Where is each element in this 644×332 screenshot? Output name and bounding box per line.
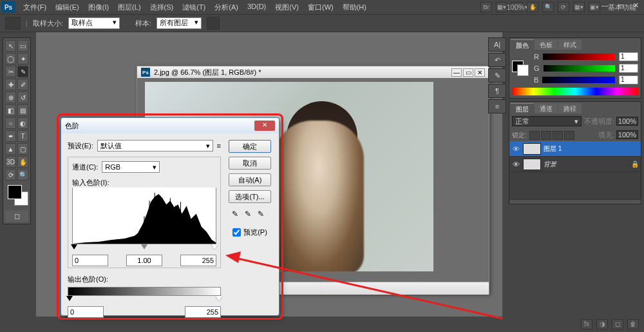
doc-maximize-icon[interactable]: ▭: [463, 68, 473, 77]
menu-edit[interactable]: 编辑(E): [52, 1, 83, 14]
tab-paths[interactable]: 路径: [558, 103, 582, 113]
menu-analysis[interactable]: 分析(A): [211, 1, 242, 14]
layer-thumb[interactable]: [523, 143, 541, 155]
hand-tool-icon[interactable]: ✋: [527, 2, 538, 12]
color-spectrum[interactable]: [512, 88, 638, 95]
path-select-tool-icon[interactable]: ▲: [5, 143, 16, 155]
rotate-view-icon[interactable]: ⟳: [558, 2, 569, 12]
cancel-button[interactable]: 取消: [229, 157, 271, 170]
menu-help[interactable]: 帮助(H): [339, 1, 370, 14]
gamma-slider[interactable]: [141, 244, 147, 253]
gradient-tool-icon[interactable]: ▤: [17, 104, 28, 116]
dodge-tool-icon[interactable]: ◐: [17, 117, 28, 129]
input-black-field[interactable]: [72, 255, 108, 266]
r-slider[interactable]: [543, 54, 615, 60]
auto-button[interactable]: 自动(A): [229, 173, 271, 186]
channel-select[interactable]: RGB▾: [102, 161, 160, 173]
eraser-tool-icon[interactable]: ◧: [5, 104, 16, 116]
quick-mask-icon[interactable]: ◻: [5, 210, 28, 222]
black-eyedropper-icon[interactable]: ✎: [232, 210, 242, 220]
quick-select-tool-icon[interactable]: ✦: [17, 53, 28, 64]
eyedropper-tool-icon[interactable]: ✎: [17, 66, 28, 77]
type-tool-icon[interactable]: T: [17, 130, 28, 142]
menu-view[interactable]: 视图(V): [271, 1, 303, 14]
brush-tool-icon[interactable]: ✐: [17, 79, 28, 90]
menu-window[interactable]: 窗口(W): [304, 1, 337, 14]
lasso-tool-icon[interactable]: ◯: [5, 53, 16, 64]
menu-layer[interactable]: 图层(L): [114, 1, 144, 14]
strip-brush-icon[interactable]: ✎: [488, 68, 506, 83]
layer-thumb[interactable]: [523, 159, 541, 170]
lock-position-icon[interactable]: [553, 131, 563, 140]
status-ico4[interactable]: 🗑: [627, 319, 639, 329]
output-white-field[interactable]: [185, 306, 221, 318]
zoom-tool2-icon[interactable]: 🔍: [17, 169, 28, 181]
hand-tool2-icon[interactable]: ✋: [17, 156, 28, 168]
marquee-tool-icon[interactable]: ▭: [17, 40, 28, 52]
tab-layers[interactable]: 图层: [511, 103, 534, 113]
3d-tool-icon[interactable]: 3D: [5, 156, 16, 168]
layer-row[interactable]: 👁 背景 🔒: [509, 157, 641, 172]
layer-name[interactable]: 图层 1: [544, 144, 562, 153]
foreground-color-icon[interactable]: [8, 185, 22, 199]
status-ico2[interactable]: ◑: [596, 319, 608, 329]
current-tool-icon[interactable]: [5, 17, 21, 30]
menu-file[interactable]: 文件(F): [19, 1, 50, 14]
blend-mode-select[interactable]: 正常▾: [512, 116, 582, 126]
options-button[interactable]: 选项(T)...: [229, 190, 271, 203]
status-ico3[interactable]: ◻: [612, 319, 623, 329]
preview-checkbox[interactable]: 预览(P): [232, 228, 267, 237]
rotate-tool-icon[interactable]: ⟳: [5, 169, 16, 181]
history-brush-tool-icon[interactable]: ↺: [17, 92, 28, 103]
tab-swatches[interactable]: 色板: [535, 39, 558, 50]
window-minimize-icon[interactable]: —: [599, 1, 611, 10]
zoom-level-icon[interactable]: 100%▾: [511, 2, 523, 12]
b-slider[interactable]: [542, 77, 615, 83]
dialog-close-icon[interactable]: ✕: [254, 121, 275, 131]
doc-minimize-icon[interactable]: —: [451, 68, 462, 77]
gray-eyedropper-icon[interactable]: ✎: [245, 210, 255, 220]
menu-select[interactable]: 选择(S): [146, 1, 178, 14]
sample-ring-icon[interactable]: [207, 17, 220, 30]
layer-name[interactable]: 背景: [544, 160, 556, 169]
status-ico1[interactable]: fx: [581, 319, 592, 329]
tab-color[interactable]: 颜色: [511, 39, 534, 50]
black-point-slider[interactable]: [71, 244, 77, 253]
window-close-icon[interactable]: ✕: [630, 1, 641, 10]
doc-close-icon[interactable]: ✕: [475, 68, 485, 77]
ok-button[interactable]: 确定: [229, 140, 271, 153]
preset-menu-icon[interactable]: ≡: [217, 142, 221, 150]
white-point-slider[interactable]: [211, 244, 218, 253]
tab-channels[interactable]: 通道: [535, 103, 558, 113]
white-eyedropper-icon[interactable]: ✎: [258, 210, 268, 220]
menu-filter[interactable]: 滤镜(T): [178, 1, 209, 14]
lock-all-icon[interactable]: [564, 131, 574, 140]
strip-history-icon[interactable]: ↶: [488, 53, 506, 67]
strip-more-icon[interactable]: ≡: [488, 99, 506, 113]
arrange-docs-icon[interactable]: ▦▾: [573, 2, 585, 12]
visibility-icon[interactable]: 👁: [511, 161, 520, 168]
lock-transparent-icon[interactable]: [529, 131, 540, 140]
view-extras-icon[interactable]: ▦▾: [496, 2, 507, 12]
strip-char-icon[interactable]: A|: [488, 37, 506, 52]
shape-tool-icon[interactable]: ▢: [17, 143, 28, 155]
blur-tool-icon[interactable]: ○: [5, 117, 16, 129]
menu-image[interactable]: 图像(I): [84, 1, 113, 14]
out-black-slider[interactable]: [66, 296, 73, 304]
input-gamma-field[interactable]: [126, 255, 162, 266]
sample-layers-select[interactable]: 所有图层▾: [156, 17, 202, 29]
fill-field[interactable]: 100%: [616, 130, 638, 139]
out-white-slider[interactable]: [216, 296, 222, 304]
g-slider[interactable]: [544, 65, 615, 72]
opacity-field[interactable]: 100%: [616, 117, 638, 126]
strip-paragraph-icon[interactable]: ¶: [488, 84, 506, 98]
preset-select[interactable]: 默认值▾: [97, 140, 213, 151]
color-swatches[interactable]: [5, 183, 28, 209]
launch-bridge-icon[interactable]: Br: [480, 2, 492, 12]
window-restore-icon[interactable]: ▭: [615, 1, 627, 10]
crop-tool-icon[interactable]: ✂: [5, 66, 16, 77]
input-white-field[interactable]: [180, 255, 216, 266]
lock-image-icon[interactable]: [541, 131, 551, 140]
stamp-tool-icon[interactable]: ⊕: [5, 92, 16, 103]
b-field[interactable]: 1: [619, 75, 638, 84]
